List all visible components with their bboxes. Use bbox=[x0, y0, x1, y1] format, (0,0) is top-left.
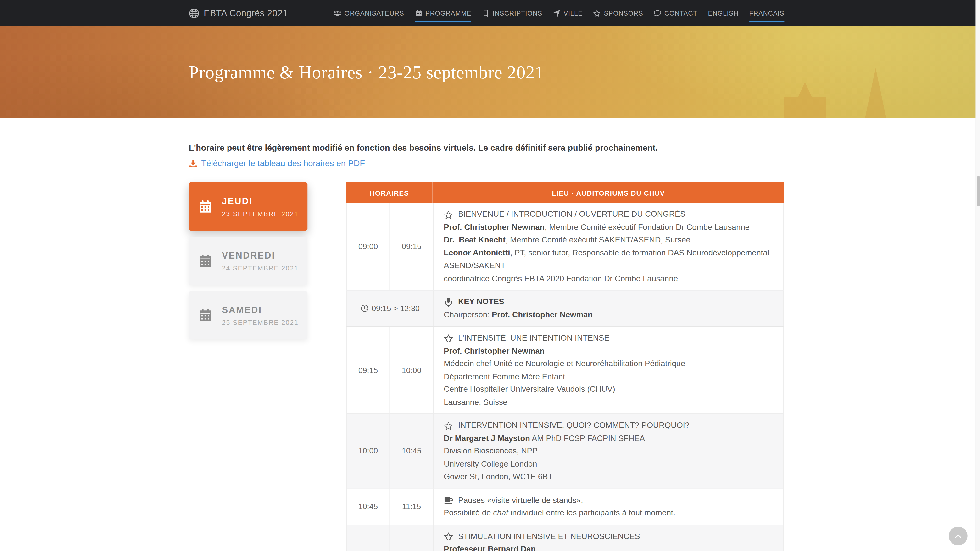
star-icon bbox=[593, 10, 601, 17]
download-pdf-link[interactable]: Télécharger le tableau des horaires en P… bbox=[189, 159, 658, 168]
nav-item-label: FRANÇAIS bbox=[749, 10, 784, 17]
download-pdf-label: Télécharger le tableau des horaires en P… bbox=[201, 159, 365, 168]
page: EBTA Congrès 2021 ORGANISATEURSPROGRAMME… bbox=[0, 0, 980, 551]
schedule-note: L'horaire peut être légèrement modifié e… bbox=[189, 143, 658, 152]
calendar-icon bbox=[198, 199, 212, 214]
end-time: 10:00 bbox=[390, 327, 434, 413]
day-name: SAMEDI bbox=[222, 305, 298, 314]
session-line: Médecin chef Unité de Neurologie et Neur… bbox=[444, 357, 773, 370]
schedule-row: 09:1510:00L'INTENSITÉ, UNE INTENTION INT… bbox=[346, 327, 784, 414]
end-time: 11:15 bbox=[390, 489, 434, 524]
session-line: Gower St, London, WC1E 6BT bbox=[444, 470, 773, 483]
schedule-row: 10:4511:15Pauses «visite virtuelle de st… bbox=[346, 489, 784, 525]
day-button-jeudi[interactable]: JEUDI23 SEPTEMBRE 2021 bbox=[189, 183, 307, 230]
schedule-row: 11:1512:00STIMULATION INTENSIVE ET NEURO… bbox=[346, 525, 784, 551]
globe-icon bbox=[189, 8, 199, 18]
nav-item-label: INSCRIPTIONS bbox=[493, 10, 542, 17]
session-line: Département Femme Mère Enfant bbox=[444, 370, 773, 383]
session-line: Dr Margaret J Mayston AM PhD FCSP FACPIN… bbox=[444, 432, 773, 445]
session-details: INTERVENTION INTENSIVE: QUOI? COMMENT? P… bbox=[434, 414, 783, 488]
brand[interactable]: EBTA Congrès 2021 bbox=[189, 8, 288, 18]
session-title-label: INTERVENTION INTENSIVE: QUOI? COMMENT? P… bbox=[458, 419, 690, 432]
schedule-row: 09:0009:15BIENVENUE / INTRODUCTION / OUV… bbox=[346, 203, 784, 291]
header-venue: LIEU · AUDITORIUMS DU CHUV bbox=[433, 183, 784, 203]
star-icon bbox=[444, 210, 453, 219]
session-details: BIENVENUE / INTRODUCTION / OUVERTURE DU … bbox=[434, 203, 783, 290]
day-name: VENDREDI bbox=[222, 250, 298, 260]
nav-item-label: VILLE bbox=[563, 10, 582, 17]
session-details: STIMULATION INTENSIVE ET NEUROSCIENCESPr… bbox=[434, 525, 783, 551]
start-time: 10:00 bbox=[347, 414, 390, 488]
page-title: Programme & Horaires · 23-25 septembre 2… bbox=[189, 62, 544, 83]
day-selector: JEUDI23 SEPTEMBRE 2021VENDREDI24 SEPTEMB… bbox=[189, 183, 307, 551]
session-details: KEY NOTESChairperson: Prof. Christopher … bbox=[434, 291, 783, 326]
star-icon bbox=[444, 421, 453, 430]
clock-icon bbox=[360, 304, 369, 312]
nav-item-contact[interactable]: CONTACT bbox=[654, 10, 697, 17]
session-line: Lausanne, Suisse bbox=[444, 396, 773, 409]
nav-item-label: CONTACT bbox=[664, 10, 697, 17]
coffee-icon bbox=[444, 495, 453, 505]
day-button-samedi[interactable]: SAMEDI25 SEPTEMBRE 2021 bbox=[189, 291, 307, 339]
session-title-label: KEY NOTES bbox=[458, 295, 504, 308]
session-title: STIMULATION INTENSIVE ET NEUROSCIENCES bbox=[444, 530, 773, 543]
session-title-label: STIMULATION INTENSIVE ET NEUROSCIENCES bbox=[458, 530, 640, 543]
day-date: 25 SEPTEMBRE 2021 bbox=[222, 318, 298, 326]
session-line: Leonor Antonietti, PT, senior tutor, Res… bbox=[444, 246, 773, 272]
time-range-label: 09:15 > 12:30 bbox=[372, 304, 420, 313]
hero-banner: Programme & Horaires · 23-25 septembre 2… bbox=[0, 26, 976, 118]
day-name: JEUDI bbox=[222, 196, 298, 206]
nav-item-organisateurs[interactable]: ORGANISATEURS bbox=[334, 10, 404, 17]
start-time: 09:15 bbox=[347, 327, 390, 413]
location-arrow-icon bbox=[553, 10, 560, 17]
session-title: L'INTENSITÉ, UNE INTENTION INTENSE bbox=[444, 332, 773, 345]
session-title: KEY NOTES bbox=[444, 295, 773, 308]
comment-icon bbox=[654, 10, 661, 17]
schedule-row: 09:15 > 12:30KEY NOTESChairperson: Prof.… bbox=[346, 291, 784, 327]
start-time: 09:00 bbox=[347, 203, 390, 290]
cathedral-silhouette bbox=[789, 82, 821, 118]
session-line: Possibilité de chat individuel entre les… bbox=[444, 507, 773, 520]
time-range: 09:15 > 12:30 bbox=[347, 291, 434, 326]
main-content: L'horaire peut être légèrement modifié e… bbox=[0, 118, 976, 551]
scrollbar-thumb[interactable] bbox=[977, 176, 980, 206]
scrollbar-track[interactable] bbox=[976, 0, 980, 551]
session-details: L'INTENSITÉ, UNE INTENTION INTENSEProf. … bbox=[434, 327, 783, 413]
nav-menu: ORGANISATEURSPROGRAMMEINSCRIPTIONSVILLES… bbox=[334, 10, 784, 17]
nav-item-label: PROGRAMME bbox=[425, 10, 471, 17]
end-time: 10:45 bbox=[390, 414, 434, 488]
schedule-body: 09:0009:15BIENVENUE / INTRODUCTION / OUV… bbox=[346, 203, 784, 551]
download-icon bbox=[189, 159, 197, 168]
brand-label: EBTA Congrès 2021 bbox=[204, 8, 288, 18]
nav-item-label: ORGANISATEURS bbox=[345, 10, 404, 17]
session-line: Dr. Beat Knecht, Membre Comité exécutif … bbox=[444, 233, 773, 246]
session-title: BIENVENUE / INTRODUCTION / OUVERTURE DU … bbox=[444, 208, 773, 221]
bookmark-icon bbox=[482, 10, 490, 17]
nav-item-ville[interactable]: VILLE bbox=[553, 10, 582, 17]
scroll-to-top-button[interactable] bbox=[949, 527, 967, 545]
nav-item-programme[interactable]: PROGRAMME bbox=[415, 10, 471, 17]
schedule-row: 10:0010:45INTERVENTION INTENSIVE: QUOI? … bbox=[346, 414, 784, 489]
star-icon bbox=[444, 532, 453, 541]
day-button-vendredi[interactable]: VENDREDI24 SEPTEMBRE 2021 bbox=[189, 237, 307, 285]
session-line: Chairperson: Prof. Christopher Newman bbox=[444, 308, 773, 321]
header-times: HORAIRES bbox=[346, 183, 433, 203]
nav-item-english[interactable]: ENGLISH bbox=[708, 10, 738, 17]
start-time: 10:45 bbox=[347, 489, 390, 524]
end-time: 09:15 bbox=[390, 203, 434, 290]
schedule-table: HORAIRES LIEU · AUDITORIUMS DU CHUV 09:0… bbox=[346, 183, 784, 551]
session-details: Pauses «visite virtuelle de stands».Poss… bbox=[434, 489, 783, 524]
calendar-icon bbox=[198, 308, 212, 322]
nav-item-inscriptions[interactable]: INSCRIPTIONS bbox=[482, 10, 542, 17]
session-title-label: BIENVENUE / INTRODUCTION / OUVERTURE DU … bbox=[458, 208, 686, 221]
session-line: Division Biosciences, NPP bbox=[444, 445, 773, 458]
nav-item-sponsors[interactable]: SPONSORS bbox=[593, 10, 643, 17]
star-icon bbox=[444, 333, 453, 343]
session-title: INTERVENTION INTENSIVE: QUOI? COMMENT? P… bbox=[444, 419, 773, 432]
nav-item-francais[interactable]: FRANÇAIS bbox=[749, 10, 784, 17]
nav-item-label: ENGLISH bbox=[708, 10, 738, 17]
start-time: 11:15 bbox=[347, 525, 390, 551]
session-title-label: L'INTENSITÉ, UNE INTENTION INTENSE bbox=[458, 332, 609, 345]
session-line: Professeur Bernard Dan bbox=[444, 543, 773, 551]
day-date: 23 SEPTEMBRE 2021 bbox=[222, 210, 298, 217]
